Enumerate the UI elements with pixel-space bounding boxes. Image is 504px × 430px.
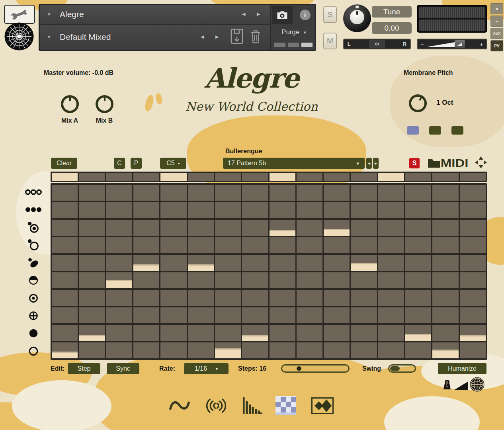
step-cell-r7-c3[interactable] (106, 290, 132, 306)
next-preset-arrow[interactable]: ▶ (215, 34, 219, 39)
step-cell-r9-c11[interactable] (324, 325, 350, 341)
step-cell-r8-c2[interactable] (79, 307, 105, 323)
step-cell-r6-c3[interactable] (106, 272, 132, 288)
step-cell-r7-c10[interactable] (297, 290, 322, 306)
step-cell-r2-c1[interactable] (52, 202, 78, 218)
articulation-icon-grace-open-circle[interactable] (23, 236, 44, 254)
step-cell-r7-c5[interactable] (160, 290, 186, 306)
step-cell-r8-c7[interactable] (215, 307, 241, 323)
articulation-icon-filled-circle[interactable] (23, 324, 44, 342)
articulation-icon-half-muted-tone[interactable] (23, 272, 44, 289)
step-cell-r5-c7[interactable] (215, 255, 241, 271)
step-cell-r3-c2[interactable] (79, 220, 105, 236)
step-cell-r7-c6[interactable] (188, 290, 214, 306)
step-cell-r3-c13[interactable] (378, 220, 404, 236)
step-cell-r10-c8[interactable] (242, 342, 268, 358)
articulation-icon-three-open-circles[interactable] (23, 183, 44, 201)
step-cell-r8-c8[interactable] (242, 307, 268, 323)
step-cell-r1-c2[interactable] (79, 185, 105, 201)
step-cell-r9-c4[interactable] (133, 325, 159, 341)
step-cell-r6-c16[interactable] (460, 272, 486, 288)
step-cell-r7-c8[interactable] (242, 290, 268, 306)
step-cell-r6-c4[interactable] (133, 272, 159, 288)
step-cell-r5-c11[interactable] (324, 255, 350, 271)
step-cell-r3-c8[interactable] (242, 220, 268, 236)
articulation-icon-center-dot-circle[interactable] (23, 289, 44, 307)
step-cell-r5-c4[interactable] (133, 255, 159, 271)
step-cell-r9-c13[interactable] (378, 325, 404, 341)
tune-value[interactable]: 0.00 (372, 22, 412, 34)
articulation-icon-accent-open-tone[interactable] (23, 219, 44, 236)
step-cell-r2-c9[interactable] (270, 202, 295, 218)
step-cell-r9-c10[interactable] (297, 325, 322, 341)
step-cell-r2-c2[interactable] (79, 202, 105, 218)
step-cell-r3-c11[interactable] (324, 220, 350, 236)
step-cell-r7-c2[interactable] (79, 290, 105, 306)
step-cell-r5-c9[interactable] (270, 255, 295, 271)
step-cell-r5-c8[interactable] (242, 255, 268, 271)
brand-logo[interactable] (4, 22, 34, 51)
step-cell-r8-c16[interactable] (460, 307, 486, 323)
step-cell-r4-c11[interactable] (324, 237, 350, 253)
step-cell-r1-c4[interactable] (133, 185, 159, 201)
step-cell-r10-c4[interactable] (133, 342, 159, 358)
step-cell-r5-c10[interactable] (297, 255, 322, 271)
step-cell-r1-c9[interactable] (270, 185, 295, 201)
solo-button[interactable]: S (323, 6, 337, 23)
articulation-icon-crossed-circle[interactable] (23, 307, 44, 324)
step-cell-r10-c12[interactable] (351, 342, 377, 358)
step-cell-r10-c16[interactable] (460, 342, 486, 358)
copy-button[interactable]: C (114, 158, 125, 169)
step-cell-r7-c14[interactable] (405, 290, 431, 306)
step-cell-r6-c5[interactable] (160, 272, 186, 288)
window-button-aux[interactable]: AUX (490, 28, 503, 39)
step-cell-r5-c1[interactable] (52, 255, 78, 271)
next-pattern-button[interactable]: ▶ (373, 158, 379, 169)
step-cell-r4-c15[interactable] (432, 237, 458, 253)
snapshot-view-button[interactable] (272, 6, 293, 24)
step-cell-r1-c1[interactable] (52, 185, 78, 201)
step-cell-r4-c9[interactable] (270, 237, 295, 253)
preset-dropdown-caret-icon[interactable]: ▾ (48, 34, 51, 40)
step-cell-r9-c7[interactable] (215, 325, 241, 341)
step-cell-r8-c1[interactable] (52, 307, 78, 323)
step-cell-r6-c14[interactable] (405, 272, 431, 288)
step-cell-r2-c6[interactable] (188, 202, 214, 218)
step-cell-r2-c16[interactable] (460, 202, 486, 218)
step-cell-r7-c13[interactable] (378, 290, 404, 306)
window-button-pv[interactable]: PV (490, 40, 503, 51)
step-cell-r10-c10[interactable] (297, 342, 322, 358)
mute-button[interactable]: M (323, 33, 337, 49)
step-cell-r2-c4[interactable] (133, 202, 159, 218)
step-cell-r2-c13[interactable] (378, 202, 404, 218)
info-view-button[interactable]: i (295, 6, 315, 24)
step-cell-r2-c15[interactable] (432, 202, 458, 218)
step-cell-r1-c16[interactable] (460, 185, 486, 201)
step-cell-r1-c12[interactable] (351, 185, 377, 201)
tab-pitch-wave[interactable] (169, 398, 190, 413)
clear-button[interactable]: Clear (51, 158, 77, 169)
step-cell-r10-c5[interactable] (160, 342, 186, 358)
step-cell-r5-c12[interactable] (351, 255, 377, 271)
step-cell-r5-c5[interactable] (160, 255, 186, 271)
step-cell-r4-c6[interactable] (188, 237, 214, 253)
step-cell-r5-c6[interactable] (188, 255, 214, 271)
step-cell-r1-c3[interactable] (106, 185, 132, 201)
instrument-dropdown-caret-icon[interactable]: ▾ (48, 11, 51, 17)
steps-slider[interactable] (281, 364, 350, 373)
step-cell-r3-c6[interactable] (188, 220, 214, 236)
step-cell-r1-c7[interactable] (215, 185, 241, 201)
volume-slider[interactable]: − + (417, 39, 487, 49)
step-cell-r8-c13[interactable] (378, 307, 404, 323)
step-cell-r10-c11[interactable] (324, 342, 350, 358)
step-cell-r7-c4[interactable] (133, 290, 159, 306)
step-cell-r5-c14[interactable] (405, 255, 431, 271)
step-cell-r9-c15[interactable] (432, 325, 458, 341)
load-pattern-button[interactable] (428, 157, 440, 170)
step-cell-r2-c11[interactable] (324, 202, 350, 218)
step-cell-r5-c15[interactable] (432, 255, 458, 271)
pan-slider[interactable]: L R (343, 39, 411, 49)
step-cell-r7-c16[interactable] (460, 290, 486, 306)
rate-select[interactable]: 1/16 ▾ (184, 363, 229, 374)
step-cell-r5-c16[interactable] (460, 255, 486, 271)
